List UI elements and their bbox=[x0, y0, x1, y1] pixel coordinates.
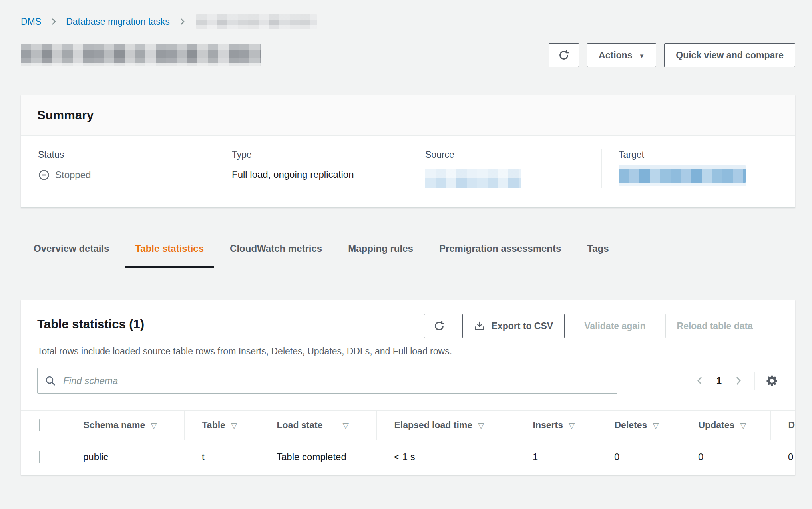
tab-premigration-assessments[interactable]: Premigration assessments bbox=[426, 238, 574, 268]
redacted-target-endpoint-link[interactable] bbox=[619, 169, 746, 183]
tab-table-statistics[interactable]: Table statistics bbox=[122, 238, 217, 268]
chevron-right-icon bbox=[178, 17, 187, 26]
cell-schema-name: public bbox=[66, 440, 184, 475]
current-page-number[interactable]: 1 bbox=[716, 375, 722, 386]
summary-panel: Summary Status Stopped Type Full load, o… bbox=[21, 95, 795, 208]
select-all-checkbox[interactable] bbox=[39, 419, 40, 431]
breadcrumb-link-migration-tasks[interactable]: Database migration tasks bbox=[66, 16, 170, 27]
previous-page-button[interactable] bbox=[695, 376, 705, 386]
summary-grid: Status Stopped Type Full load, ongoing r… bbox=[21, 136, 795, 207]
stopped-status-icon bbox=[38, 169, 50, 181]
redacted-task-name bbox=[196, 14, 317, 29]
row-checkbox[interactable] bbox=[39, 451, 40, 463]
cell-table: t bbox=[184, 440, 259, 475]
sort-icon[interactable]: ▽ bbox=[343, 421, 349, 430]
tab-cloudwatch-metrics[interactable]: CloudWatch metrics bbox=[217, 238, 335, 268]
quick-view-label: Quick view and compare bbox=[676, 50, 784, 61]
summary-field-target: Target bbox=[601, 149, 795, 188]
type-label: Type bbox=[232, 149, 391, 160]
actions-button-label: Actions bbox=[599, 50, 632, 61]
cell-inserts: 1 bbox=[515, 440, 597, 475]
redacted-page-title bbox=[21, 44, 261, 66]
download-icon bbox=[474, 320, 485, 332]
target-label: Target bbox=[619, 149, 778, 160]
table-header-row: Schema name▽ Table▽ Load state▽ Elapsed … bbox=[21, 411, 795, 440]
table-refresh-button[interactable] bbox=[424, 314, 454, 338]
cell-load-state: Table completed bbox=[259, 440, 376, 475]
tab-mapping-rules[interactable]: Mapping rules bbox=[335, 238, 426, 268]
sort-icon[interactable]: ▽ bbox=[231, 421, 237, 430]
status-label: Status bbox=[38, 149, 198, 160]
tab-tags[interactable]: Tags bbox=[574, 238, 621, 268]
column-header-inserts[interactable]: Inserts▽ bbox=[515, 411, 597, 440]
type-value: Full load, ongoing replication bbox=[232, 169, 391, 180]
quick-view-compare-button[interactable]: Quick view and compare bbox=[664, 43, 795, 67]
breadcrumb: DMS Database migration tasks bbox=[21, 14, 795, 29]
validate-again-label: Validate again bbox=[584, 321, 645, 332]
refresh-button[interactable] bbox=[549, 43, 579, 67]
status-value: Stopped bbox=[55, 169, 91, 181]
page-header: Actions ▼ Quick view and compare bbox=[21, 43, 795, 67]
cell-updates: 0 bbox=[681, 440, 770, 475]
reload-table-data-button[interactable]: Reload table data bbox=[665, 314, 764, 338]
search-input[interactable] bbox=[37, 368, 617, 394]
settings-gear-icon[interactable] bbox=[766, 374, 779, 387]
breadcrumb-link-dms[interactable]: DMS bbox=[21, 16, 41, 27]
refresh-icon bbox=[433, 320, 445, 332]
summary-title: Summary bbox=[37, 108, 779, 123]
table-statistics-description: Total rows include loaded source table r… bbox=[21, 346, 795, 357]
pager-divider bbox=[754, 372, 755, 390]
dms-task-page: DMS Database migration tasks Actions ▼ Q… bbox=[0, 0, 812, 509]
cell-deletes: 0 bbox=[597, 440, 681, 475]
export-csv-button[interactable]: Export to CSV bbox=[462, 314, 565, 338]
actions-button[interactable]: Actions ▼ bbox=[587, 43, 656, 67]
column-header-load-state[interactable]: Load state▽ bbox=[259, 411, 376, 440]
pagination: 1 bbox=[695, 372, 779, 390]
cell-elapsed-load-time: < 1 s bbox=[376, 440, 515, 475]
column-header-elapsed-load-time[interactable]: Elapsed load time▽ bbox=[376, 411, 515, 440]
next-page-button[interactable] bbox=[733, 376, 743, 386]
column-header-updates[interactable]: Updates▽ bbox=[681, 411, 770, 440]
validate-again-button[interactable]: Validate again bbox=[573, 314, 657, 338]
sort-icon[interactable]: ▽ bbox=[569, 421, 575, 430]
caret-down-icon: ▼ bbox=[639, 53, 645, 59]
source-label: Source bbox=[425, 149, 585, 160]
summary-field-source: Source bbox=[408, 149, 601, 188]
refresh-icon bbox=[558, 49, 570, 61]
schema-search bbox=[37, 368, 617, 394]
table-statistics-title: Table statistics (1) bbox=[37, 314, 144, 332]
sort-icon[interactable]: ▽ bbox=[151, 421, 157, 430]
summary-field-type: Type Full load, ongoing replication bbox=[215, 149, 408, 188]
table-statistics-panel: Table statistics (1) Export to CSV Valid… bbox=[21, 300, 795, 475]
column-header-deletes[interactable]: Deletes▽ bbox=[597, 411, 681, 440]
table-row: public t Table completed < 1 s 1 0 0 0 bbox=[21, 440, 795, 475]
summary-header: Summary bbox=[21, 95, 795, 136]
column-header-ddls[interactable]: DDLs▽ bbox=[770, 411, 795, 440]
task-tabs: Overview details Table statistics CloudW… bbox=[21, 238, 795, 268]
chevron-right-icon bbox=[49, 17, 58, 26]
search-icon bbox=[44, 375, 56, 387]
export-csv-label: Export to CSV bbox=[492, 321, 553, 332]
summary-field-status: Status Stopped bbox=[21, 149, 215, 188]
sort-icon[interactable]: ▽ bbox=[740, 421, 746, 430]
column-header-table[interactable]: Table▽ bbox=[184, 411, 259, 440]
tab-overview-details[interactable]: Overview details bbox=[21, 238, 122, 268]
redacted-source-endpoint-link[interactable] bbox=[425, 169, 521, 188]
sort-icon[interactable]: ▽ bbox=[478, 421, 484, 430]
header-actions: Actions ▼ Quick view and compare bbox=[549, 43, 795, 67]
statistics-table: Schema name▽ Table▽ Load state▽ Elapsed … bbox=[21, 410, 795, 475]
table-actions: Export to CSV Validate again Reload tabl… bbox=[424, 314, 764, 338]
reload-table-data-label: Reload table data bbox=[677, 321, 753, 332]
sort-icon[interactable]: ▽ bbox=[653, 421, 659, 430]
table-controls: 1 bbox=[21, 357, 795, 394]
column-header-schema-name[interactable]: Schema name▽ bbox=[66, 411, 184, 440]
cell-ddls: 0 bbox=[770, 440, 795, 475]
